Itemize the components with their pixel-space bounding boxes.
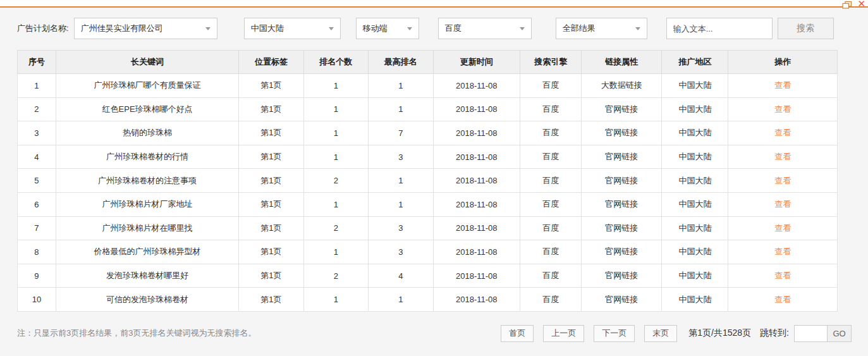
cell-link-type: 官网链接 [582,121,662,145]
cell-updated: 2018-11-08 [433,74,520,98]
cell-count: 1 [303,121,368,145]
view-link[interactable]: 查看 [774,295,791,304]
restore-window-icon[interactable] [842,0,852,8]
table-row: 4广州珍珠棉卷材的行情第1页132018-11-08百度官网链接中国大陆查看 [18,145,838,169]
search-button[interactable]: 搜索 [778,18,834,39]
filter-bar: 广告计划名称: 广州佳昊实业有限公司 中国大陆 移动端 百度 全部结果 搜索 [17,18,868,39]
cell-action: 查看 [728,145,838,169]
cell-updated: 2018-11-08 [433,192,520,216]
cell-engine: 百度 [520,288,582,312]
col-header-action: 操作 [728,51,838,74]
cell-keyword: 广州珍珠棉卷材的注意事项 [56,169,238,193]
view-link[interactable]: 查看 [774,271,791,280]
cell-tag: 第1页 [239,97,303,121]
cell-count: 1 [303,74,368,98]
view-link[interactable]: 查看 [774,80,791,90]
cell-action: 查看 [728,97,838,121]
cell-action: 查看 [728,216,838,240]
cell-seq: 8 [18,240,56,264]
cell-count: 1 [303,192,368,216]
col-header-seq: 序号 [18,51,56,74]
table-row: 2红色EPE珍珠棉哪个好点第1页112018-11-08百度官网链接中国大陆查看 [18,97,838,121]
cell-count: 2 [303,264,368,288]
window-top-bar: ✕ [0,0,868,8]
view-link[interactable]: 查看 [774,104,791,114]
col-header-count: 排名个数 [303,51,368,74]
view-link[interactable]: 查看 [774,223,791,233]
table-row: 7广州珍珠棉片材在哪里找第1页232018-11-08百度官网链接中国大陆查看 [18,216,838,240]
cell-action: 查看 [728,240,838,264]
cell-updated: 2018-11-08 [433,264,520,288]
cell-seq: 5 [18,169,56,193]
view-link[interactable]: 查看 [774,199,791,209]
cell-keyword: 广州珍珠棉厂哪个有质量保证 [56,74,238,98]
view-link[interactable]: 查看 [774,176,791,185]
cell-action: 查看 [728,121,838,145]
first-page-button[interactable]: 首页 [501,325,534,342]
cell-region: 中国大陆 [662,97,728,121]
cell-updated: 2018-11-08 [433,121,520,145]
table-header-row: 序号 长关键词 位置标签 排名个数 最高排名 更新时间 搜索引擎 链接属性 推广… [18,51,838,74]
cell-region: 中国大陆 [662,74,728,98]
cell-seq: 2 [18,97,56,121]
device-dropdown[interactable]: 移动端 [356,18,419,39]
plan-name-label: 广告计划名称: [17,23,69,34]
cell-region: 中国大陆 [662,216,728,240]
col-header-updated: 更新时间 [433,51,520,74]
col-header-best: 最高排名 [369,51,433,74]
go-button[interactable]: GO [828,325,852,342]
cell-region: 中国大陆 [662,145,728,169]
search-input[interactable] [666,18,773,39]
view-link[interactable]: 查看 [774,128,791,137]
cell-engine: 百度 [520,74,582,98]
plan-dropdown-value: 广州佳昊实业有限公司 [81,23,163,34]
jump-to-label: 跳转到: [760,328,789,339]
table-row: 5广州珍珠棉卷材的注意事项第1页212018-11-08百度官网链接中国大陆查看 [18,169,838,193]
cell-seq: 3 [18,121,56,145]
cell-link-type: 官网链接 [582,288,662,312]
cell-tag: 第1页 [239,288,303,312]
table-row: 1广州珍珠棉厂哪个有质量保证第1页112018-11-08百度大数据链接中国大陆… [18,74,838,98]
table-row: 6广州珍珠棉片材厂家地址第1页112018-11-08百度官网链接中国大陆查看 [18,192,838,216]
cell-tag: 第1页 [239,192,303,216]
cell-action: 查看 [728,169,838,193]
cell-seq: 1 [18,74,56,98]
close-icon[interactable]: ✕ [857,0,865,8]
region-dropdown[interactable]: 中国大陆 [244,18,341,39]
cell-action: 查看 [728,74,838,98]
cell-count: 1 [303,145,368,169]
cell-count: 1 [303,240,368,264]
cell-region: 中国大陆 [662,169,728,193]
cell-region: 中国大陆 [662,264,728,288]
next-page-button[interactable]: 下一页 [594,325,635,342]
result-filter-dropdown[interactable]: 全部结果 [556,18,647,39]
cell-count: 1 [303,288,368,312]
cell-best: 3 [369,145,433,169]
chevron-down-icon [407,27,412,30]
cell-count: 2 [303,216,368,240]
cell-tag: 第1页 [239,264,303,288]
cell-updated: 2018-11-08 [433,216,520,240]
device-dropdown-value: 移动端 [363,23,388,34]
view-link[interactable]: 查看 [774,152,791,161]
search-engine-dropdown[interactable]: 百度 [438,18,532,39]
cell-tag: 第1页 [239,216,303,240]
search-engine-dropdown-value: 百度 [445,23,462,34]
jump-page-input[interactable] [794,325,828,342]
cell-region: 中国大陆 [662,240,728,264]
keyword-rank-table-wrap: 序号 长关键词 位置标签 排名个数 最高排名 更新时间 搜索引擎 链接属性 推广… [17,50,838,312]
cell-region: 中国大陆 [662,192,728,216]
prev-page-button[interactable]: 上一页 [543,325,584,342]
plan-dropdown[interactable]: 广州佳昊实业有限公司 [74,18,217,39]
cell-engine: 百度 [520,192,582,216]
view-link[interactable]: 查看 [774,247,791,256]
cell-action: 查看 [728,264,838,288]
cell-tag: 第1页 [239,145,303,169]
chevron-down-icon [635,27,640,30]
cell-best: 1 [369,192,433,216]
cell-updated: 2018-11-08 [433,288,520,312]
table-row: 3热销的珍珠棉第1页172018-11-08百度官网链接中国大陆查看 [18,121,838,145]
cell-seq: 7 [18,216,56,240]
last-page-button[interactable]: 末页 [644,325,677,342]
cell-tag: 第1页 [239,169,303,193]
